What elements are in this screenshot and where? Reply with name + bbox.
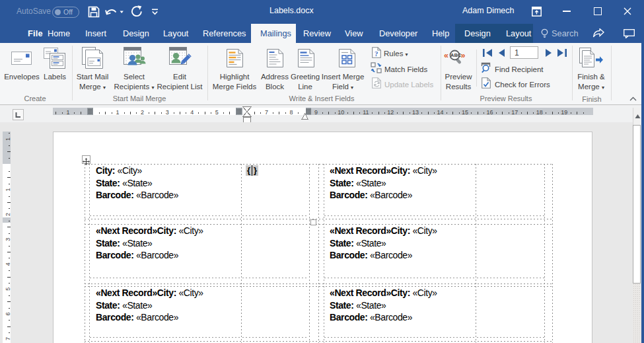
svg-text:3: 3 <box>166 109 169 116</box>
svg-text:14: 14 <box>437 109 443 116</box>
svg-text:1: 1 <box>5 188 11 192</box>
svg-text:18: 18 <box>536 109 543 116</box>
svg-text:17: 17 <box>511 109 518 116</box>
svg-text:«: « <box>444 51 448 60</box>
svg-text:?: ? <box>375 50 378 57</box>
svg-text:9: 9 <box>314 109 318 116</box>
svg-text:7: 7 <box>5 337 11 340</box>
svg-text:4: 4 <box>5 262 11 266</box>
svg-text:4: 4 <box>190 109 194 116</box>
svg-text:7: 7 <box>265 109 268 116</box>
svg-text:1: 1 <box>66 109 69 116</box>
svg-text:11: 11 <box>363 109 369 116</box>
svg-text:5: 5 <box>5 287 11 291</box>
svg-text:2: 2 <box>5 213 11 216</box>
svg-text:ABC: ABC <box>450 52 462 58</box>
svg-text:2: 2 <box>141 109 144 116</box>
svg-text:8: 8 <box>290 109 293 116</box>
svg-text:1: 1 <box>116 109 120 116</box>
svg-text:12: 12 <box>387 109 394 116</box>
svg-text:10: 10 <box>338 109 344 116</box>
svg-text:13: 13 <box>412 109 419 116</box>
svg-text:3: 3 <box>5 238 11 241</box>
svg-text:15: 15 <box>462 109 468 116</box>
svg-text:5: 5 <box>215 109 219 116</box>
svg-text:16: 16 <box>487 109 493 116</box>
svg-text:1: 1 <box>5 137 11 141</box>
svg-text:19: 19 <box>561 109 567 116</box>
svg-text:»: » <box>461 51 466 60</box>
svg-text:6: 6 <box>5 312 11 315</box>
